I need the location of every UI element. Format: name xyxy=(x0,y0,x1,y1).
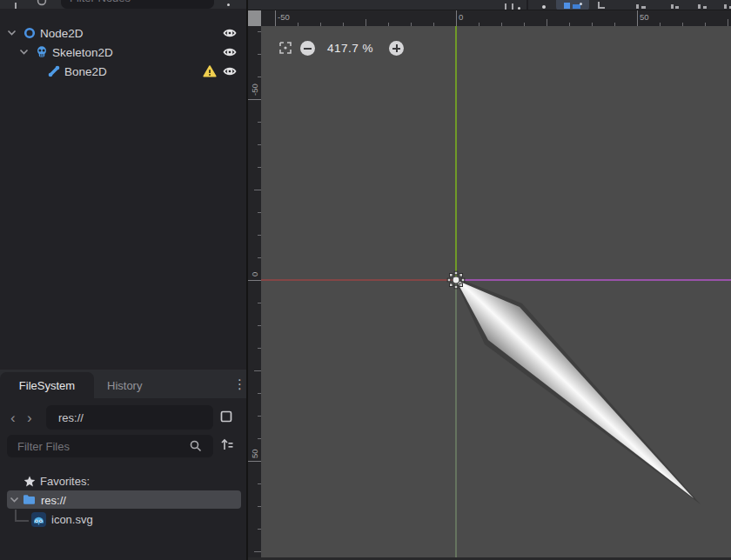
chevron-down-icon[interactable] xyxy=(19,49,29,56)
ruler-tick xyxy=(248,99,261,100)
godot-file-icon[interactable] xyxy=(31,512,46,527)
select-tool-icon[interactable] xyxy=(505,3,506,10)
tab-history[interactable]: History xyxy=(107,372,142,398)
star-icon xyxy=(23,476,36,487)
ruler-label: -50 xyxy=(278,12,290,22)
node-label: Bone2D xyxy=(64,65,107,78)
select-tool-icon[interactable] xyxy=(512,3,513,10)
node-label: Skeleton2D xyxy=(52,46,113,59)
zoom-widget: 417.7 % xyxy=(273,38,421,57)
tree-branch-line xyxy=(15,520,29,522)
visibility-eye-icon[interactable] xyxy=(223,28,237,39)
ruler-label: 0 xyxy=(250,272,259,277)
toolbar-separator xyxy=(526,0,528,10)
filter-files-placeholder: Filter Files xyxy=(17,440,70,453)
ruler-label: -50 xyxy=(250,83,259,96)
tab-filesystem[interactable]: FileSystem xyxy=(0,372,94,398)
ruler-tick xyxy=(366,19,366,26)
toolbar-button[interactable] xyxy=(675,6,679,9)
vertical-ruler: -50 0 50 xyxy=(248,26,261,560)
ruler-tick xyxy=(275,10,276,26)
chevron-down-icon[interactable] xyxy=(10,497,19,503)
ruler-tick xyxy=(254,551,261,552)
filesystem-tabstrip: FileSystem History ⋮ xyxy=(0,370,246,398)
node-label: Node2D xyxy=(40,27,84,40)
center-view-icon[interactable] xyxy=(278,41,292,55)
add-node-icon[interactable] xyxy=(15,3,17,9)
sort-files-icon[interactable] xyxy=(220,438,234,452)
warning-icon[interactable] xyxy=(203,65,217,78)
zoom-out-button[interactable] xyxy=(300,41,315,56)
toolbar-button[interactable] xyxy=(636,4,639,9)
node2d-icon xyxy=(23,26,37,40)
ruler-tick xyxy=(248,461,261,462)
favorites-label: Favorites: xyxy=(40,475,90,488)
toolbar-button[interactable] xyxy=(724,4,727,9)
scene-menu-icon[interactable] xyxy=(227,3,230,6)
back-button[interactable]: ‹ xyxy=(10,410,16,425)
forward-button[interactable]: › xyxy=(27,410,32,425)
tab-history-label: History xyxy=(107,379,142,392)
ruler-tick xyxy=(254,190,261,190)
ruler-tick xyxy=(248,280,261,281)
chevron-down-icon[interactable] xyxy=(7,30,17,37)
filter-nodes-input[interactable]: Filter Nodes xyxy=(61,0,214,9)
viewport-toolbar xyxy=(248,0,731,10)
search-icon xyxy=(190,440,202,452)
fs-row-label: res:// xyxy=(41,493,66,506)
folder-icon xyxy=(23,494,36,505)
path-value: res:// xyxy=(58,411,84,424)
toolbar-button[interactable] xyxy=(703,6,707,9)
bone-origin-gizmo[interactable] xyxy=(447,271,465,289)
filter-files-input[interactable]: Filter Files xyxy=(7,435,213,457)
ruler-tick xyxy=(254,370,261,371)
visibility-eye-icon[interactable] xyxy=(223,66,237,77)
scene-node-row-bone2d[interactable]: Bone2D xyxy=(0,62,246,81)
dock-menu-icon[interactable]: ⋮ xyxy=(233,377,246,390)
scene-dock: Filter Nodes Node2D xyxy=(0,0,246,370)
ruler-tick xyxy=(547,19,547,26)
ruler-tick xyxy=(456,10,457,26)
toolbar-button[interactable] xyxy=(671,4,674,9)
instance-scene-icon[interactable] xyxy=(37,0,47,6)
ruler-label: 50 xyxy=(250,449,259,458)
toolbar-fragment xyxy=(518,7,520,10)
ruler-label: 50 xyxy=(640,12,649,22)
ruler-tick xyxy=(637,10,638,26)
scene-dock-toolbar: Filter Nodes xyxy=(0,0,246,9)
active-tool-button[interactable] xyxy=(556,0,589,10)
ruler-tick xyxy=(728,19,728,26)
ruler-corner xyxy=(248,10,261,26)
ruler-label: 0 xyxy=(459,12,463,22)
scene-node-row-skeleton2d[interactable]: Skeleton2D xyxy=(0,43,246,62)
zoom-percent[interactable]: 417.7 % xyxy=(327,42,373,55)
tab-filesystem-label: FileSystem xyxy=(19,379,75,392)
zoom-in-button[interactable] xyxy=(389,41,404,56)
filter-nodes-placeholder: Filter Nodes xyxy=(61,0,214,9)
horizontal-ruler: -50 0 50 xyxy=(261,10,731,26)
toolbar-button[interactable] xyxy=(641,6,646,9)
skeleton2d-icon xyxy=(35,45,49,59)
bone2d-icon xyxy=(47,64,61,78)
toggle-split-mode-icon[interactable] xyxy=(220,410,232,423)
filesystem-dock: FileSystem History ⋮ ‹ › res:// Filter F… xyxy=(0,370,246,560)
path-input[interactable]: res:// xyxy=(46,405,213,430)
visibility-eye-icon[interactable] xyxy=(223,47,237,58)
toolbar-button[interactable] xyxy=(600,7,605,9)
move-tool-icon[interactable] xyxy=(542,5,546,9)
scene-node-row-node2d[interactable]: Node2D xyxy=(0,23,246,43)
bone2d-shape[interactable] xyxy=(456,280,694,498)
viewport-canvas[interactable]: 417.7 % xyxy=(261,26,731,560)
fs-row-res-root[interactable]: res:// xyxy=(7,490,241,509)
fs-row-icon-svg[interactable]: icon.svg xyxy=(51,513,93,526)
toolbar-button[interactable] xyxy=(698,4,701,9)
